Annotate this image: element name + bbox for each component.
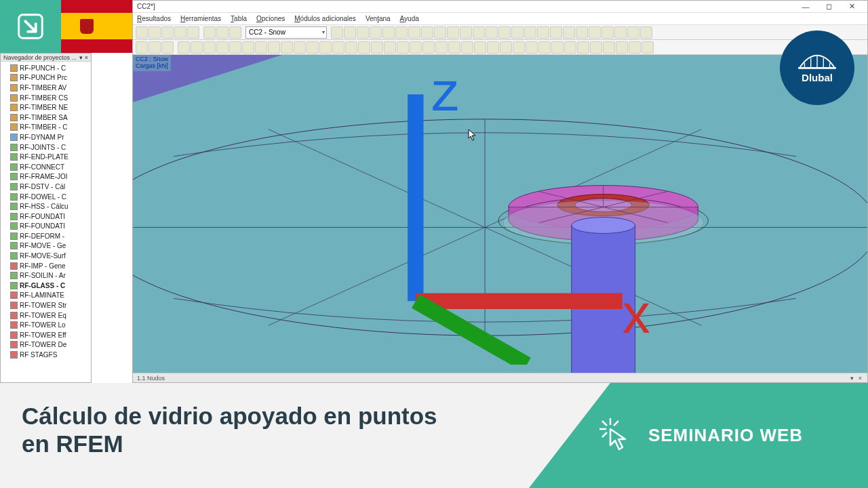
tree-item[interactable]: RF-PUNCH Prc bbox=[10, 73, 91, 83]
toolbar-button[interactable] bbox=[601, 26, 614, 39]
toolbar-button[interactable] bbox=[590, 41, 602, 54]
toolbar-button[interactable] bbox=[203, 41, 216, 54]
toolbar-button[interactable] bbox=[358, 41, 370, 54]
tree-item[interactable]: RF-GLASS - C bbox=[10, 281, 91, 291]
toolbar-button[interactable] bbox=[203, 26, 216, 39]
toolbar-button[interactable] bbox=[589, 26, 601, 39]
tree-item[interactable]: RF-PUNCH - C bbox=[10, 63, 91, 73]
toolbar-button[interactable] bbox=[550, 26, 562, 39]
toolbar-button[interactable] bbox=[384, 41, 396, 54]
menu-resultados[interactable]: Resultados bbox=[137, 15, 171, 22]
tree-item[interactable]: RF-TIMBER AV bbox=[10, 83, 91, 93]
tree-item[interactable]: RF-TIMBER - C bbox=[10, 123, 91, 133]
navigator-pin-close[interactable]: ▾ × bbox=[79, 54, 88, 61]
toolbar-button[interactable] bbox=[513, 41, 525, 54]
loadcase-combo[interactable]: CC2 - Snow bbox=[245, 26, 327, 39]
toolbar-button[interactable] bbox=[191, 41, 203, 54]
toolbar-row-2[interactable] bbox=[133, 40, 867, 55]
toolbar-button[interactable] bbox=[178, 41, 190, 54]
toolbar-button[interactable] bbox=[149, 41, 161, 54]
toolbar-button[interactable] bbox=[281, 41, 293, 54]
tree-item[interactable]: RF-DYNAM Pr bbox=[10, 132, 91, 142]
menu-bar[interactable]: Resultados Herramientas Tabla Opciones M… bbox=[133, 13, 867, 25]
tree-item[interactable]: RF-TIMBER SA bbox=[10, 113, 91, 123]
toolbar-button[interactable] bbox=[395, 26, 408, 39]
maximize-button[interactable]: ◻ bbox=[817, 1, 840, 13]
toolbar-button[interactable] bbox=[370, 26, 382, 39]
toolbar-button[interactable] bbox=[473, 26, 485, 39]
toolbar-button[interactable] bbox=[397, 41, 409, 54]
tree-item[interactable]: RF-HSS - Cálcu bbox=[10, 201, 91, 211]
toolbar-button[interactable] bbox=[331, 26, 343, 39]
toolbar-button[interactable] bbox=[487, 41, 499, 54]
toolbar-button[interactable] bbox=[577, 41, 589, 54]
tree-item[interactable]: RF-FOUNDATI bbox=[10, 211, 91, 222]
toolbar-button[interactable] bbox=[576, 26, 588, 39]
toolbar-button[interactable] bbox=[537, 26, 549, 39]
tree-item[interactable]: RF-TOWER De bbox=[10, 340, 91, 350]
model-viewport[interactable]: CC2 : Snow Cargas [kN] bbox=[133, 55, 867, 373]
toolbar-button[interactable] bbox=[344, 26, 356, 39]
toolbar-button[interactable] bbox=[422, 41, 435, 54]
toolbar-button[interactable] bbox=[382, 26, 395, 39]
toolbar-button[interactable] bbox=[332, 41, 344, 54]
toolbar-button[interactable] bbox=[421, 26, 433, 39]
toolbar-button[interactable] bbox=[187, 26, 199, 39]
toolbar-button[interactable] bbox=[627, 26, 639, 39]
toolbar-button[interactable] bbox=[642, 41, 654, 54]
toolbar-button[interactable] bbox=[448, 41, 460, 54]
toolbar-button[interactable] bbox=[629, 41, 641, 54]
menu-ventana[interactable]: Ventana bbox=[366, 15, 391, 22]
toolbar-button[interactable] bbox=[498, 26, 511, 39]
toolbar-button[interactable] bbox=[551, 41, 564, 54]
toolbar-button[interactable] bbox=[603, 41, 615, 54]
toolbar-button[interactable] bbox=[161, 26, 174, 39]
menu-ayuda[interactable]: Ayuda bbox=[400, 15, 419, 22]
tree-item[interactable]: RF-DOWEL - C bbox=[10, 192, 91, 202]
toolbar-button[interactable] bbox=[524, 26, 536, 39]
toolbar-button[interactable] bbox=[294, 41, 306, 54]
tree-item[interactable]: RF-TIMBER CS bbox=[10, 93, 91, 103]
tree-item[interactable]: RF-LAMINATE bbox=[10, 291, 91, 301]
toolbar-button[interactable] bbox=[486, 26, 498, 39]
tree-item[interactable]: RF-MOVE-Surf bbox=[10, 251, 91, 261]
toolbar-button[interactable] bbox=[174, 26, 186, 39]
tree-item[interactable]: RF-TOWER Eff bbox=[10, 330, 91, 340]
toolbar-button[interactable] bbox=[319, 41, 332, 54]
toolbar-button[interactable] bbox=[434, 26, 446, 39]
tree-item[interactable]: RF-TIMBER NE bbox=[10, 102, 91, 113]
menu-opciones[interactable]: Opciones bbox=[256, 15, 285, 22]
toolbar-row-1[interactable]: CC2 - Snow bbox=[133, 25, 867, 40]
tree-item[interactable]: RF-TOWER Lo bbox=[10, 320, 91, 330]
toolbar-button[interactable] bbox=[500, 41, 512, 54]
tree-item[interactable]: RF-DSTV - Cál bbox=[10, 182, 91, 192]
toolbar-button[interactable] bbox=[307, 41, 319, 54]
tree-item[interactable]: RF-TOWER Str bbox=[10, 300, 91, 310]
toolbar-button[interactable] bbox=[410, 41, 422, 54]
toolbar-button[interactable] bbox=[526, 41, 538, 54]
toolbar-button[interactable] bbox=[614, 26, 627, 39]
toolbar-button[interactable] bbox=[136, 41, 148, 54]
tree-item[interactable]: RF-DEFORM - bbox=[10, 231, 91, 241]
menu-tabla[interactable]: Tabla bbox=[231, 15, 247, 22]
tree-item[interactable]: RF-SOILIN - Ar bbox=[10, 270, 91, 281]
toolbar-button[interactable] bbox=[216, 26, 229, 39]
toolbar-button[interactable] bbox=[511, 26, 524, 39]
tree-item[interactable]: RF-CONNECT bbox=[10, 162, 91, 172]
tree-item[interactable]: RF-IMP - Gene bbox=[10, 261, 91, 271]
tab-pin-icon[interactable]: ▾ × bbox=[850, 375, 863, 382]
toolbar-button[interactable] bbox=[268, 41, 280, 54]
toolbar-button[interactable] bbox=[460, 26, 472, 39]
toolbar-button[interactable] bbox=[345, 41, 357, 54]
toolbar-button[interactable] bbox=[408, 26, 420, 39]
toolbar-button[interactable] bbox=[435, 41, 448, 54]
tree-item[interactable]: RF-JOINTS - C bbox=[10, 142, 91, 152]
toolbar-button[interactable] bbox=[474, 41, 486, 54]
toolbar-button[interactable] bbox=[149, 26, 161, 39]
navigator-tree[interactable]: RF-PUNCH - CRF-PUNCH PrcRF-TIMBER AVRF-T… bbox=[1, 62, 91, 361]
toolbar-button[interactable] bbox=[461, 41, 473, 54]
toolbar-button[interactable] bbox=[371, 41, 383, 54]
close-button[interactable]: ✕ bbox=[840, 1, 863, 13]
tree-item[interactable]: RF STAGFS bbox=[10, 350, 91, 360]
tree-item[interactable]: RF-FRAME-JOI bbox=[10, 172, 91, 182]
